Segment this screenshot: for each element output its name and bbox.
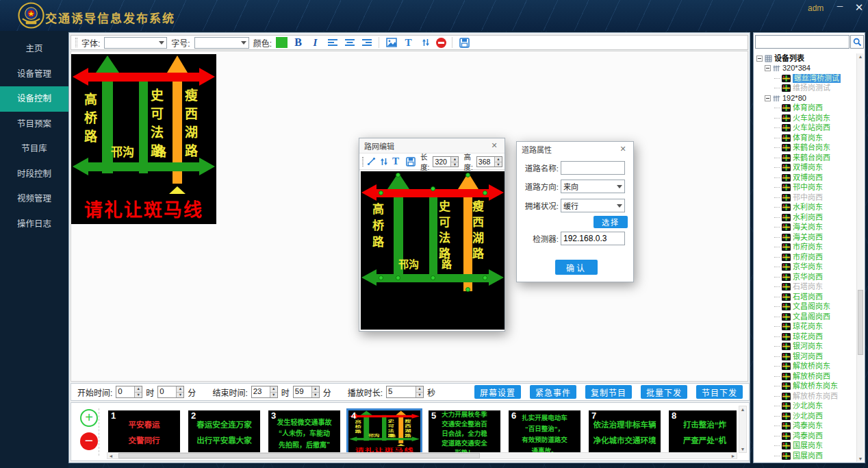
- tree-device-item[interactable]: 琼花岗西: [755, 332, 856, 342]
- tree-device-item[interactable]: 沙北岗西: [755, 411, 856, 421]
- search-button[interactable]: [850, 35, 864, 49]
- size-select[interactable]: [194, 37, 249, 49]
- select-detector-button[interactable]: 选择: [593, 216, 628, 228]
- edit-handle[interactable]: [396, 275, 400, 280]
- tree-device-item[interactable]: 水利岗东: [755, 203, 856, 213]
- tree-device-item[interactable]: 国展岗东: [755, 441, 856, 452]
- collapse-icon[interactable]: [765, 95, 771, 101]
- user-label[interactable]: adm: [808, 3, 824, 13]
- italic-button[interactable]: I: [309, 36, 322, 49]
- tree-device-item[interactable]: 火车站岗西: [755, 123, 856, 134]
- tree-device-item[interactable]: 来鹤台岗东: [755, 143, 856, 153]
- start-hour-spinner[interactable]: 0: [116, 386, 142, 398]
- tree-device-item[interactable]: 双博岗东: [755, 163, 856, 173]
- save-button[interactable]: [458, 36, 471, 49]
- tree-device-item[interactable]: 解放桥东岗东: [755, 382, 856, 392]
- collapse-icon[interactable]: [765, 65, 771, 71]
- scroll-down-icon[interactable]: [739, 446, 746, 452]
- confirm-button[interactable]: 确认: [555, 260, 598, 275]
- sidebar-item-7[interactable]: 操作日志: [0, 212, 68, 237]
- detector-input[interactable]: [561, 232, 625, 245]
- sidebar-item-3[interactable]: 节目预案: [0, 112, 68, 137]
- sidebar-item-5[interactable]: 时段控制: [0, 162, 68, 187]
- sidebar-item-4[interactable]: 节目库: [0, 136, 68, 162]
- edit-handle[interactable]: [483, 275, 487, 280]
- align-center-button[interactable]: [343, 36, 356, 49]
- tree-device-item[interactable]: 邗中岗东: [755, 183, 856, 193]
- roadnet-canvas[interactable]: 高桥路 史可法路 瘦西湖路 邗沟 路: [361, 171, 505, 330]
- scroll-up-icon[interactable]: [857, 53, 864, 60]
- tree-device-item[interactable]: 银河岗西: [755, 352, 856, 362]
- align-left-button[interactable]: [326, 36, 339, 49]
- tree-group-1[interactable]: 192*80: [755, 93, 856, 103]
- batch-send-button[interactable]: 批量下发: [641, 385, 687, 399]
- program-thumbnail-3[interactable]: 发生轻微交通事故“人未伤，车能动先拍照，后撤离”3: [268, 410, 340, 454]
- edit-handle[interactable]: [431, 186, 435, 191]
- program-thumbnail-6[interactable]: 扎实开展电动车“百日整治”，有效预防道路交通事故。6: [509, 410, 580, 454]
- tree-device-item[interactable]: 双博岗西: [755, 173, 856, 183]
- program-thumbnail-7[interactable]: 依法治理非标车辆净化城市交通环境7: [589, 410, 661, 454]
- tree-device-item[interactable]: 市府岗东: [755, 243, 856, 253]
- program-thumbnail-1[interactable]: 平安春运交警同行1: [108, 410, 180, 454]
- sidebar-item-1[interactable]: 设备管理: [0, 62, 68, 87]
- tree-device-item[interactable]: 鸿泰岗东: [755, 421, 856, 432]
- tree-device-item[interactable]: 石塔岗西: [755, 292, 856, 302]
- road-name-input[interactable]: [561, 161, 625, 175]
- tree-device-item[interactable]: 体育岗东: [755, 133, 856, 143]
- edit-handle[interactable]: [465, 173, 470, 177]
- align-right-button[interactable]: [360, 36, 373, 49]
- draw-road-button[interactable]: [367, 156, 376, 168]
- tree-device-item[interactable]: 来鹤台岗西: [755, 153, 856, 163]
- copy-program-button[interactable]: 复制节目: [585, 385, 632, 399]
- tree-device-item[interactable]: 文昌阁岗西: [755, 312, 856, 322]
- send-program-button[interactable]: 节目下发: [696, 385, 743, 399]
- stop-button[interactable]: [436, 38, 446, 48]
- tree-device-item[interactable]: 维扬岗测试: [755, 84, 856, 94]
- program-thumbnail-8[interactable]: 打击整治“炸严查严处“机8: [669, 410, 737, 454]
- end-hour-spinner[interactable]: 23: [251, 386, 278, 398]
- program-horizontal-scrollbar[interactable]: [107, 452, 737, 459]
- tree-device-item[interactable]: 体育岗西: [755, 103, 856, 114]
- edit-handle[interactable]: [431, 275, 435, 280]
- tree-device-item[interactable]: 海关岗东: [755, 223, 856, 233]
- program-thumbnail-5[interactable]: 大力开展秋冬季交通安全整治百日会战，全力稳定道路交通安全形势！5: [429, 410, 500, 454]
- congestion-select[interactable]: 缓行: [561, 199, 625, 212]
- dialog-titlebar[interactable]: 路网编辑: [359, 138, 505, 153]
- scroll-down-icon[interactable]: [857, 456, 864, 462]
- sidebar-item-2[interactable]: 设备控制: [0, 86, 68, 112]
- color-swatch[interactable]: [276, 37, 288, 48]
- height-spinner[interactable]: 368: [476, 156, 502, 167]
- add-program-button[interactable]: +: [80, 409, 98, 427]
- tree-device-item[interactable]: 解放桥岗东: [755, 362, 856, 372]
- edit-handle[interactable]: [396, 173, 400, 177]
- tree-group-0[interactable]: 320*384: [755, 64, 856, 74]
- scrollbar-thumb[interactable]: [858, 290, 863, 355]
- edit-handle[interactable]: [465, 287, 470, 292]
- tree-device-item[interactable]: 螺丝湾桥测试: [755, 73, 856, 84]
- program-vertical-scrollbar[interactable]: [739, 406, 747, 453]
- tree-device-item[interactable]: 海关岗西: [755, 232, 856, 243]
- save-button[interactable]: [406, 156, 416, 168]
- tree-device-item[interactable]: 国展岗西: [755, 451, 856, 461]
- collapse-icon[interactable]: [756, 56, 763, 62]
- font-select[interactable]: [104, 37, 167, 49]
- program-thumbnail-2[interactable]: 春运安全连万家出行平安靠大家2: [188, 410, 260, 454]
- tree-device-item[interactable]: 解放桥东岗西: [755, 391, 856, 402]
- close-icon[interactable]: [617, 145, 628, 153]
- tree-device-item[interactable]: 石塔岗东: [755, 282, 856, 293]
- text-tool-button[interactable]: T: [392, 156, 399, 168]
- tree-device-item[interactable]: 京华岗东: [755, 262, 856, 273]
- roadnet-tool-button[interactable]: [379, 156, 389, 168]
- bold-button[interactable]: B: [292, 36, 305, 49]
- sign-preview[interactable]: 高桥路 史可法路 瘦西湖路 邗沟 路 请礼让斑马线: [71, 54, 216, 224]
- duration-spinner[interactable]: 5: [386, 386, 424, 398]
- tree-device-item[interactable]: 水利岗西: [755, 212, 856, 223]
- close-button[interactable]: [852, 1, 867, 15]
- tree-device-item[interactable]: 京华岗西: [755, 272, 856, 282]
- program-thumbnail-4[interactable]: 高桥路 史可法路 瘦西湖路 邗沟 路 请礼让斑马线 4: [348, 410, 420, 454]
- edit-handle[interactable]: [379, 275, 383, 280]
- start-minute-spinner[interactable]: 0: [157, 386, 184, 398]
- roadnet-tool-button[interactable]: [419, 36, 432, 49]
- sidebar-item-6[interactable]: 视频管理: [0, 186, 68, 212]
- scroll-up-icon[interactable]: [739, 406, 746, 412]
